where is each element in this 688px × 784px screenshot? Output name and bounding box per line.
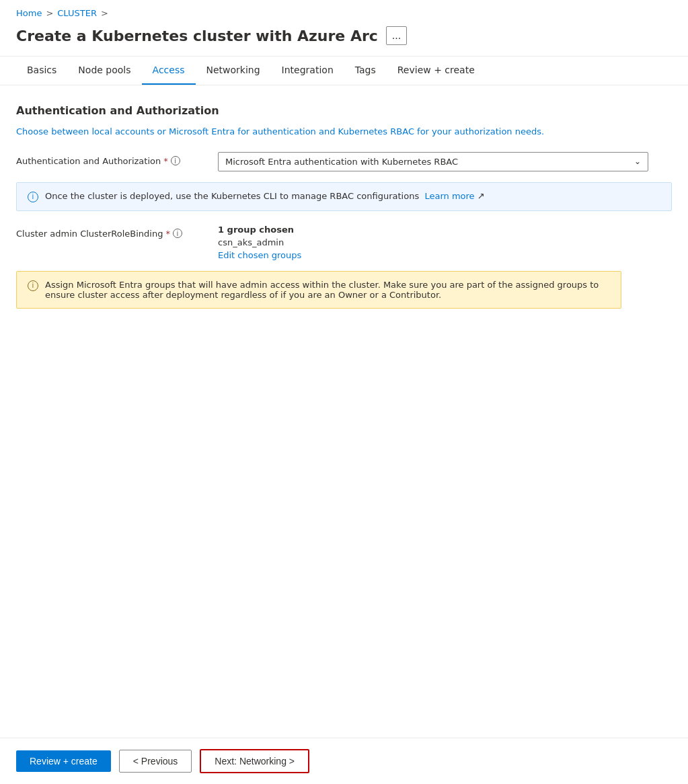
warning-box: i Assign Microsoft Entra groups that wil… — [16, 271, 621, 309]
warning-text: Assign Microsoft Entra groups that will … — [45, 280, 610, 300]
info-box: i Once the cluster is deployed, use the … — [16, 182, 672, 211]
groups-name: csn_aks_admin — [218, 237, 301, 247]
cluster-role-row: Cluster admin ClusterRoleBinding * i 1 g… — [16, 225, 672, 260]
more-options-button[interactable]: ... — [386, 26, 407, 45]
tab-review-create[interactable]: Review + create — [387, 56, 486, 85]
tab-networking[interactable]: Networking — [196, 56, 271, 85]
footer-bar: Review + create < Previous Next: Network… — [0, 738, 688, 784]
review-create-button[interactable]: Review + create — [16, 750, 111, 772]
learn-more-link[interactable]: Learn more — [424, 191, 474, 201]
next-networking-button[interactable]: Next: Networking > — [200, 749, 309, 773]
tab-basics[interactable]: Basics — [16, 56, 67, 85]
content-area: Authentication and Authorization Choose … — [0, 85, 688, 537]
tab-integration[interactable]: Integration — [271, 56, 344, 85]
breadcrumb-home[interactable]: Home — [16, 8, 42, 18]
breadcrumb: Home > CLUSTER > — [0, 0, 688, 21]
page-title: Create a Kubernetes cluster with Azure A… — [16, 28, 378, 44]
section-title: Authentication and Authorization — [16, 104, 672, 117]
auth-label: Authentication and Authorization * i — [16, 152, 204, 166]
info-circle-icon: i — [28, 192, 38, 202]
auth-dropdown-value: Microsoft Entra authentication with Kube… — [225, 157, 458, 167]
tab-node-pools[interactable]: Node pools — [67, 56, 141, 85]
tab-tags[interactable]: Tags — [344, 56, 387, 85]
cluster-binding-value: 1 group chosen csn_aks_admin Edit chosen… — [218, 225, 301, 260]
breadcrumb-sep1: > — [46, 8, 53, 18]
cluster-role-info-icon[interactable]: i — [173, 229, 182, 238]
auth-required: * — [163, 156, 168, 166]
breadcrumb-sep2: > — [101, 8, 108, 18]
spacer — [0, 537, 688, 738]
auth-dropdown[interactable]: Microsoft Entra authentication with Kube… — [218, 152, 648, 171]
auth-form-row: Authentication and Authorization * i Mic… — [16, 152, 672, 171]
info-text: Once the cluster is deployed, use the Ku… — [45, 191, 485, 201]
warning-icon: i — [28, 280, 38, 291]
cluster-role-label: Cluster admin ClusterRoleBinding * i — [16, 225, 204, 239]
page-header: Create a Kubernetes cluster with Azure A… — [0, 21, 688, 56]
breadcrumb-cluster[interactable]: CLUSTER — [57, 8, 97, 18]
tab-access[interactable]: Access — [142, 56, 196, 85]
previous-button[interactable]: < Previous — [119, 750, 192, 773]
edit-chosen-groups-link[interactable]: Edit chosen groups — [218, 250, 301, 260]
chevron-down-icon: ⌄ — [634, 157, 641, 166]
groups-count: 1 group chosen — [218, 225, 301, 235]
auth-info-icon[interactable]: i — [171, 156, 180, 165]
cluster-role-required: * — [165, 229, 170, 239]
tabs-bar: Basics Node pools Access Networking Inte… — [0, 56, 688, 85]
section-description: Choose between local accounts or Microso… — [16, 125, 672, 139]
